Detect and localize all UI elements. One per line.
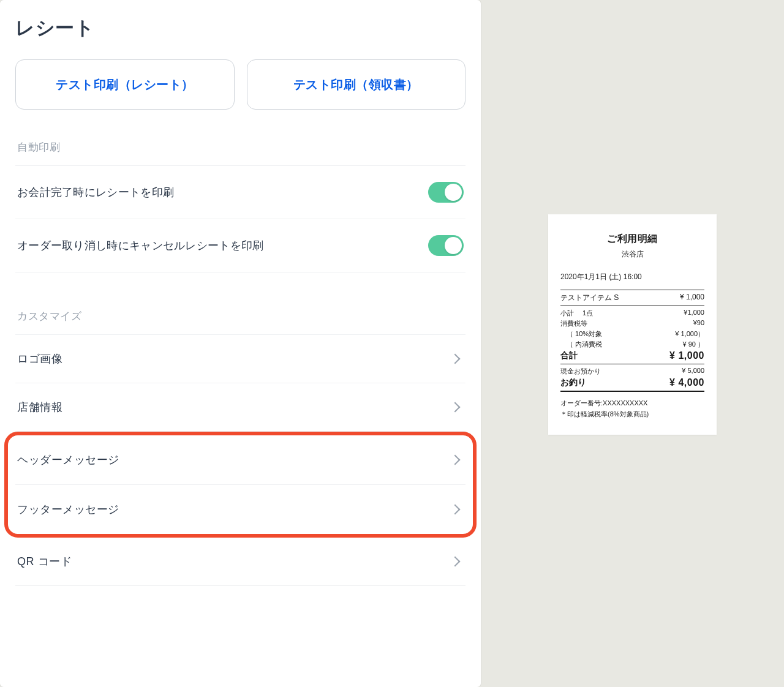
receipt-change-label: お釣り bbox=[560, 377, 586, 388]
nav-row-store-info[interactable]: 店舗情報 bbox=[15, 383, 466, 432]
toggle-print-on-cancel[interactable] bbox=[428, 235, 464, 256]
toggle-label: お会計完了時にレシートを印刷 bbox=[17, 185, 174, 200]
nav-row-qr-code[interactable]: QR コード bbox=[15, 538, 466, 586]
section-header-customize: カスタマイズ bbox=[17, 309, 466, 323]
nav-label: ヘッダーメッセージ bbox=[17, 452, 119, 467]
chevron-right-icon bbox=[450, 402, 461, 413]
receipt-tax-label: 消費税等 bbox=[560, 319, 587, 328]
receipt-paid-line: 現金お預かり ¥ 5,000 bbox=[560, 367, 704, 376]
nav-label: QR コード bbox=[17, 554, 72, 569]
chevron-right-icon bbox=[450, 455, 461, 465]
receipt-item-price: ¥ 1,000 bbox=[680, 293, 704, 303]
chevron-right-icon bbox=[450, 557, 461, 567]
toggle-row-print-on-cancel: オーダー取り消し時にキャンセルレシートを印刷 bbox=[15, 219, 466, 272]
receipt-preview: ご利用明細 渋谷店 2020年1月1日 (土) 16:00 テストアイテム S … bbox=[548, 214, 717, 435]
receipt-tax-line: 消費税等 ¥90 bbox=[560, 319, 704, 328]
test-print-receipt-button[interactable]: テスト印刷（レシート） bbox=[15, 59, 235, 110]
receipt-tax-target-line: （ 10%対象 ¥ 1,000） bbox=[560, 329, 704, 339]
receipt-item-name: テストアイテム S bbox=[560, 293, 619, 303]
receipt-preview-panel: ご利用明細 渋谷店 2020年1月1日 (土) 16:00 テストアイテム S … bbox=[481, 0, 784, 687]
settings-panel: レシート テスト印刷（レシート） テスト印刷（領収書） 自動印刷 お会計完了時に… bbox=[0, 0, 481, 687]
chevron-right-icon bbox=[450, 505, 461, 515]
nav-label: ロゴ画像 bbox=[17, 351, 62, 366]
divider bbox=[560, 364, 704, 364]
receipt-tax-target-value: ¥ 1,000） bbox=[675, 329, 704, 339]
receipt-tax-target-label: （ 10%対象 bbox=[567, 329, 602, 339]
nav-label: 店舗情報 bbox=[17, 400, 62, 415]
receipt-paid-label: 現金お預かり bbox=[560, 367, 601, 376]
nav-row-header-message[interactable]: ヘッダーメッセージ bbox=[15, 435, 466, 485]
toggle-label: オーダー取り消し時にキャンセルレシートを印刷 bbox=[17, 238, 264, 253]
divider bbox=[560, 391, 704, 392]
page-title: レシート bbox=[15, 15, 466, 41]
nav-label: フッターメッセージ bbox=[17, 502, 119, 517]
nav-row-logo[interactable]: ロゴ画像 bbox=[15, 335, 466, 383]
chevron-right-icon bbox=[450, 354, 461, 364]
receipt-subtotal-value: ¥1,000 bbox=[684, 309, 704, 318]
receipt-total-value: ¥ 1,000 bbox=[669, 350, 704, 361]
receipt-date: 2020年1月1日 (土) 16:00 bbox=[560, 272, 704, 282]
test-print-invoice-button[interactable]: テスト印刷（領収書） bbox=[247, 59, 466, 110]
receipt-store: 渋谷店 bbox=[560, 249, 704, 260]
nav-row-footer-message[interactable]: フッターメッセージ bbox=[15, 485, 466, 534]
receipt-total-line: 合計 ¥ 1,000 bbox=[560, 350, 704, 361]
customize-list: ロゴ画像 店舗情報 ヘッダーメッセージ フッターメッセージ QR コード bbox=[15, 334, 466, 586]
receipt-change-value: ¥ 4,000 bbox=[669, 377, 704, 388]
section-header-auto-print: 自動印刷 bbox=[17, 140, 466, 154]
receipt-tax-note: ＊印は軽減税率(8%対象商品) bbox=[560, 409, 704, 420]
receipt-paid-value: ¥ 5,000 bbox=[682, 367, 704, 376]
toggle-row-print-on-checkout: お会計完了時にレシートを印刷 bbox=[15, 165, 466, 219]
receipt-change-line: お釣り ¥ 4,000 bbox=[560, 377, 704, 388]
receipt-footer: オーダー番号:XXXXXXXXXX ＊印は軽減税率(8%対象商品) bbox=[560, 398, 704, 419]
highlight-annotation: ヘッダーメッセージ フッターメッセージ bbox=[4, 432, 477, 538]
receipt-item-line: テストアイテム S ¥ 1,000 bbox=[560, 293, 704, 303]
toggle-print-on-checkout[interactable] bbox=[428, 182, 464, 203]
receipt-subtotal-label: 小計 1点 bbox=[560, 309, 593, 318]
receipt-subtotal-line: 小計 1点 ¥1,000 bbox=[560, 309, 704, 318]
test-print-button-row: テスト印刷（レシート） テスト印刷（領収書） bbox=[15, 59, 466, 110]
divider bbox=[560, 306, 704, 306]
receipt-inner-tax-line: （ 内消費税 ¥ 90 ） bbox=[560, 340, 704, 349]
receipt-order-number: オーダー番号:XXXXXXXXXX bbox=[560, 398, 704, 409]
receipt-total-label: 合計 bbox=[560, 350, 578, 361]
receipt-tax-value: ¥90 bbox=[693, 319, 704, 328]
receipt-inner-tax-label: （ 内消費税 bbox=[567, 340, 602, 349]
receipt-inner-tax-value: ¥ 90 ） bbox=[683, 340, 704, 349]
receipt-title: ご利用明細 bbox=[560, 233, 704, 246]
divider bbox=[560, 290, 704, 290]
